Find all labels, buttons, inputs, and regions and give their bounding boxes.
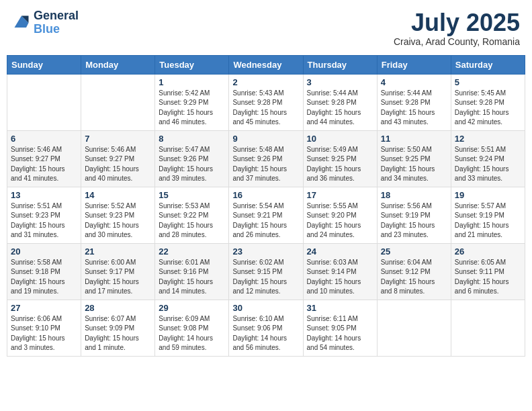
day-number: 8 [159,134,225,144]
calendar-cell [377,300,451,356]
calendar-cell [81,74,155,130]
day-info: Sunrise: 5:58 AMSunset: 9:18 PMDaylight:… [11,258,77,297]
calendar-cell: 11Sunrise: 5:50 AMSunset: 9:25 PMDayligh… [377,130,451,187]
day-info: Sunrise: 6:02 AMSunset: 9:15 PMDaylight:… [232,258,299,297]
weekday-header: Sunday [7,55,81,74]
logo: General Blue [12,9,79,36]
calendar-cell: 10Sunrise: 5:49 AMSunset: 9:25 PMDayligh… [303,130,377,187]
calendar-cell: 9Sunrise: 5:48 AMSunset: 9:26 PMDaylight… [229,130,303,187]
day-info: Sunrise: 5:44 AMSunset: 9:28 PMDaylight:… [307,89,373,128]
location: Craiva, Arad County, Romania [394,36,520,47]
day-info: Sunrise: 5:51 AMSunset: 9:23 PMDaylight:… [11,201,77,240]
day-number: 20 [11,246,77,257]
weekday-header: Friday [377,55,451,74]
day-number: 10 [307,134,373,144]
day-number: 30 [232,303,299,313]
calendar-table: SundayMondayTuesdayWednesdayThursdayFrid… [7,55,525,357]
day-number: 27 [11,303,77,313]
calendar-week-row: 1Sunrise: 5:42 AMSunset: 9:29 PMDaylight… [7,74,525,130]
day-info: Sunrise: 5:55 AMSunset: 9:20 PMDaylight:… [307,201,373,240]
calendar-cell: 25Sunrise: 6:04 AMSunset: 9:12 PMDayligh… [377,243,451,300]
calendar-cell [7,74,81,130]
weekday-header: Monday [81,55,155,74]
calendar-cell: 6Sunrise: 5:46 AMSunset: 9:27 PMDaylight… [7,130,81,187]
day-number: 1 [159,77,225,87]
calendar-cell: 22Sunrise: 6:01 AMSunset: 9:16 PMDayligh… [155,243,229,300]
day-info: Sunrise: 5:52 AMSunset: 9:23 PMDaylight:… [85,201,151,240]
day-info: Sunrise: 6:03 AMSunset: 9:14 PMDaylight:… [307,258,373,297]
calendar-week-row: 13Sunrise: 5:51 AMSunset: 9:23 PMDayligh… [7,187,525,243]
calendar-cell: 20Sunrise: 5:58 AMSunset: 9:18 PMDayligh… [7,243,81,300]
calendar-cell: 28Sunrise: 6:07 AMSunset: 9:09 PMDayligh… [81,300,155,356]
weekday-header: Wednesday [229,55,303,74]
calendar-cell: 27Sunrise: 6:06 AMSunset: 9:10 PMDayligh… [7,300,81,356]
weekday-header: Tuesday [155,55,229,74]
day-info: Sunrise: 6:00 AMSunset: 9:17 PMDaylight:… [85,258,151,297]
day-number: 6 [11,134,77,144]
calendar-cell: 21Sunrise: 6:00 AMSunset: 9:17 PMDayligh… [81,243,155,300]
day-info: Sunrise: 5:54 AMSunset: 9:21 PMDaylight:… [232,201,299,240]
calendar-cell: 5Sunrise: 5:45 AMSunset: 9:28 PMDaylight… [451,74,525,130]
calendar-cell: 13Sunrise: 5:51 AMSunset: 9:23 PMDayligh… [7,187,81,243]
day-info: Sunrise: 5:46 AMSunset: 9:27 PMDaylight:… [85,145,151,184]
calendar-cell: 8Sunrise: 5:47 AMSunset: 9:26 PMDaylight… [155,130,229,187]
calendar-cell: 18Sunrise: 5:56 AMSunset: 9:19 PMDayligh… [377,187,451,243]
day-number: 16 [232,190,299,200]
calendar-cell: 3Sunrise: 5:44 AMSunset: 9:28 PMDaylight… [303,74,377,130]
day-number: 9 [232,134,299,144]
calendar-cell: 2Sunrise: 5:43 AMSunset: 9:28 PMDaylight… [229,74,303,130]
day-info: Sunrise: 5:48 AMSunset: 9:26 PMDaylight:… [232,145,299,184]
day-number: 7 [85,134,151,144]
calendar-cell: 7Sunrise: 5:46 AMSunset: 9:27 PMDaylight… [81,130,155,187]
month-title: July 2025 [394,9,520,36]
weekday-header: Thursday [303,55,377,74]
day-info: Sunrise: 6:10 AMSunset: 9:06 PMDaylight:… [232,314,299,353]
weekday-header: Saturday [451,55,525,74]
day-number: 22 [159,246,225,257]
day-number: 12 [455,134,521,144]
calendar-cell: 24Sunrise: 6:03 AMSunset: 9:14 PMDayligh… [303,243,377,300]
day-number: 13 [11,190,77,200]
day-number: 21 [85,246,151,257]
day-info: Sunrise: 6:09 AMSunset: 9:08 PMDaylight:… [159,314,225,353]
day-number: 15 [159,190,225,200]
day-info: Sunrise: 5:50 AMSunset: 9:25 PMDaylight:… [381,145,447,184]
day-number: 4 [381,77,447,87]
logo-line2: Blue [34,23,79,36]
title-block: July 2025 Craiva, Arad County, Romania [394,9,520,47]
day-number: 23 [232,246,299,257]
day-number: 24 [307,246,373,257]
day-info: Sunrise: 6:07 AMSunset: 9:09 PMDaylight:… [85,314,151,353]
day-info: Sunrise: 5:53 AMSunset: 9:22 PMDaylight:… [159,201,225,240]
day-number: 2 [232,77,299,87]
day-info: Sunrise: 6:05 AMSunset: 9:11 PMDaylight:… [455,258,521,297]
calendar-week-row: 6Sunrise: 5:46 AMSunset: 9:27 PMDaylight… [7,130,525,187]
calendar-cell: 30Sunrise: 6:10 AMSunset: 9:06 PMDayligh… [229,300,303,356]
day-number: 14 [85,190,151,200]
day-info: Sunrise: 5:49 AMSunset: 9:25 PMDaylight:… [307,145,373,184]
day-number: 18 [381,190,447,200]
day-info: Sunrise: 6:04 AMSunset: 9:12 PMDaylight:… [381,258,447,297]
calendar-cell: 17Sunrise: 5:55 AMSunset: 9:20 PMDayligh… [303,187,377,243]
day-info: Sunrise: 6:06 AMSunset: 9:10 PMDaylight:… [11,314,77,353]
day-info: Sunrise: 5:43 AMSunset: 9:28 PMDaylight:… [232,89,299,128]
calendar-cell: 4Sunrise: 5:44 AMSunset: 9:28 PMDaylight… [377,74,451,130]
calendar-cell: 1Sunrise: 5:42 AMSunset: 9:29 PMDaylight… [155,74,229,130]
day-info: Sunrise: 6:11 AMSunset: 9:05 PMDaylight:… [307,314,373,353]
day-info: Sunrise: 5:46 AMSunset: 9:27 PMDaylight:… [11,145,77,184]
calendar-cell: 12Sunrise: 5:51 AMSunset: 9:24 PMDayligh… [451,130,525,187]
calendar-header-row: SundayMondayTuesdayWednesdayThursdayFrid… [7,55,525,74]
day-info: Sunrise: 5:42 AMSunset: 9:29 PMDaylight:… [159,89,225,128]
calendar-cell: 23Sunrise: 6:02 AMSunset: 9:15 PMDayligh… [229,243,303,300]
calendar-cell: 15Sunrise: 5:53 AMSunset: 9:22 PMDayligh… [155,187,229,243]
calendar-week-row: 20Sunrise: 5:58 AMSunset: 9:18 PMDayligh… [7,243,525,300]
day-info: Sunrise: 5:47 AMSunset: 9:26 PMDaylight:… [159,145,225,184]
day-number: 26 [455,246,521,257]
page-header: General Blue July 2025 Craiva, Arad Coun… [7,7,525,50]
day-info: Sunrise: 5:45 AMSunset: 9:28 PMDaylight:… [455,89,521,128]
day-info: Sunrise: 5:56 AMSunset: 9:19 PMDaylight:… [381,201,447,240]
calendar-cell: 16Sunrise: 5:54 AMSunset: 9:21 PMDayligh… [229,187,303,243]
calendar-cell: 29Sunrise: 6:09 AMSunset: 9:08 PMDayligh… [155,300,229,356]
day-number: 3 [307,77,373,87]
logo-icon [12,13,31,32]
